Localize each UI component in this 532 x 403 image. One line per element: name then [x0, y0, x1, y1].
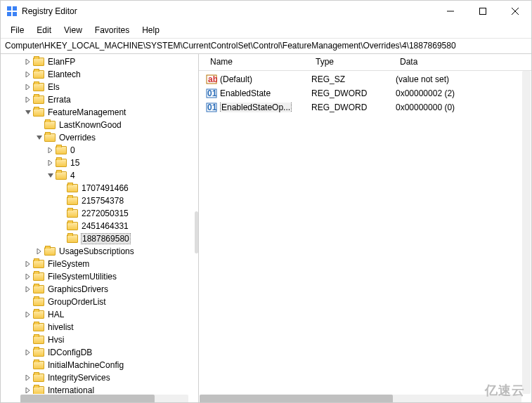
folder-icon: [67, 222, 78, 230]
tree-node[interactable]: 4: [1, 169, 198, 182]
tree-node[interactable]: International: [1, 384, 198, 394]
content-area: ElanFPElantechElsErrataFeatureManagement…: [1, 54, 531, 403]
menu-help[interactable]: Help: [136, 23, 165, 37]
tree-node[interactable]: 15: [1, 157, 198, 169]
tree-view[interactable]: ElanFPElantechElsErrataFeatureManagement…: [1, 54, 198, 394]
tree-node[interactable]: HAL: [1, 308, 198, 321]
tree-node-label: GroupOrderList: [47, 297, 107, 307]
folder-icon: [67, 209, 78, 218]
tree-node[interactable]: FileSystemUtilities: [1, 270, 198, 283]
tree-node[interactable]: ElanFP: [1, 55, 198, 68]
expander-none: [57, 221, 67, 231]
tree-node[interactable]: 2272050315: [1, 207, 198, 220]
tree-node-label: LastKnownGood: [58, 120, 122, 130]
chevron-right-icon[interactable]: [23, 385, 33, 394]
chevron-right-icon[interactable]: [23, 348, 33, 357]
address-bar[interactable]: Computer\HKEY_LOCAL_MACHINE\SYSTEM\Curre…: [1, 39, 531, 54]
svg-rect-5: [480, 8, 486, 15]
tree-node[interactable]: Errata: [1, 93, 198, 106]
tree-node[interactable]: Els: [1, 81, 198, 93]
tree-node[interactable]: Overrides: [1, 131, 198, 144]
chevron-right-icon[interactable]: [23, 82, 33, 92]
tree-node-label: 2272050315: [81, 209, 129, 218]
expander-none: [57, 234, 67, 244]
chevron-down-icon[interactable]: [34, 133, 44, 143]
tree-node[interactable]: Hvsi: [1, 333, 198, 346]
tree-node[interactable]: GroupOrderList: [1, 296, 198, 308]
string-value-icon: ab: [206, 74, 217, 85]
tree-node-label: GraphicsDrivers: [47, 284, 109, 294]
column-type[interactable]: Type: [304, 54, 389, 70]
chevron-right-icon[interactable]: [23, 284, 33, 294]
tree-node-label: 1707491466: [81, 183, 129, 193]
folder-icon: [33, 310, 44, 319]
minimize-button[interactable]: [434, 1, 467, 22]
tree-node[interactable]: 0: [1, 144, 198, 157]
tree-node-label: International: [47, 385, 95, 394]
folder-icon: [44, 121, 56, 129]
tree-node[interactable]: 1887869580: [1, 232, 198, 245]
menu-file[interactable]: File: [5, 23, 30, 37]
column-name[interactable]: Name: [199, 54, 304, 70]
value-type: REG_DWORD: [311, 88, 396, 98]
tree-node[interactable]: IntegrityServices: [1, 371, 198, 384]
tree-node[interactable]: 2451464331: [1, 220, 198, 232]
tree-node[interactable]: IDConfigDB: [1, 346, 198, 359]
svg-rect-1: [13, 6, 17, 11]
binary-value-icon: 011: [206, 88, 217, 99]
menu-edit[interactable]: Edit: [31, 23, 57, 37]
tree-horizontal-scrollbar[interactable]: [20, 395, 188, 403]
chevron-right-icon[interactable]: [23, 373, 33, 383]
chevron-right-icon[interactable]: [23, 310, 33, 319]
tree-node-label: Hvsi: [47, 335, 65, 345]
tree-node[interactable]: hivelist: [1, 321, 198, 333]
value-type: REG_SZ: [311, 74, 396, 84]
menu-favorites[interactable]: Favorites: [89, 23, 135, 37]
folder-icon: [33, 260, 44, 268]
tree-node[interactable]: LastKnownGood: [1, 119, 198, 131]
chevron-right-icon[interactable]: [23, 95, 33, 105]
list-vertical-scrollbar[interactable]: [522, 71, 531, 394]
tree-node[interactable]: Elantech: [1, 68, 198, 81]
binary-value-icon: 011: [206, 102, 217, 113]
folder-icon: [44, 133, 56, 142]
tree-node[interactable]: GraphicsDrivers: [1, 283, 198, 296]
expander-none: [23, 322, 33, 332]
chevron-right-icon[interactable]: [23, 57, 33, 67]
chevron-right-icon[interactable]: [23, 272, 33, 282]
tree-node[interactable]: FeatureManagement: [1, 106, 198, 119]
chevron-down-icon[interactable]: [23, 107, 33, 117]
tree-node[interactable]: 215754378: [1, 194, 198, 207]
split-handle[interactable]: [195, 211, 198, 253]
tree-node[interactable]: FileSystem: [1, 258, 198, 270]
column-data[interactable]: Data: [389, 54, 531, 70]
value-row[interactable]: 011EnabledStateREG_DWORD0x00000002 (2): [199, 86, 531, 100]
menu-view[interactable]: View: [58, 23, 88, 37]
tree-node-label: FileSystemUtilities: [47, 272, 117, 282]
tree-node[interactable]: 1707491466: [1, 182, 198, 194]
folder-icon: [33, 83, 44, 91]
tree-node[interactable]: UsageSubscriptions: [1, 245, 198, 258]
menu-bar: File Edit View Favorites Help: [1, 22, 531, 39]
chevron-right-icon[interactable]: [46, 145, 56, 155]
tree-node-label: IntegrityServices: [47, 373, 111, 383]
value-row[interactable]: ab(Default)REG_SZ(value not set): [199, 72, 531, 86]
folder-icon: [33, 361, 44, 369]
tree-node[interactable]: InitialMachineConfig: [1, 359, 198, 371]
folder-icon: [67, 234, 78, 243]
chevron-down-icon[interactable]: [46, 171, 56, 180]
close-button[interactable]: [499, 1, 531, 22]
tree-node-label: Elantech: [47, 70, 82, 79]
maximize-button[interactable]: [467, 1, 499, 22]
chevron-right-icon[interactable]: [34, 246, 44, 256]
value-row[interactable]: 011EnabledStateOp...REG_DWORD0x00000000 …: [199, 100, 531, 114]
value-type: REG_DWORD: [311, 103, 396, 112]
folder-icon: [33, 298, 44, 306]
chevron-right-icon[interactable]: [23, 70, 33, 79]
list-horizontal-scrollbar[interactable]: [200, 395, 521, 403]
chevron-right-icon[interactable]: [23, 259, 33, 269]
chevron-right-icon[interactable]: [46, 158, 56, 168]
tree-node-label: FileSystem: [47, 259, 90, 269]
folder-icon: [67, 184, 78, 192]
value-name: EnabledStateOp...: [220, 103, 311, 112]
